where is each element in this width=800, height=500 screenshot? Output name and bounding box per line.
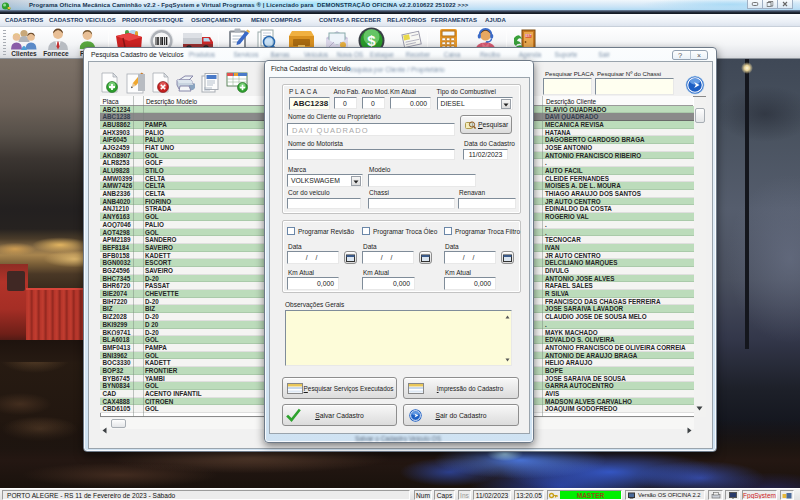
svg-text:EXIT: EXIT	[525, 34, 532, 38]
svg-text:$: $	[367, 32, 376, 49]
